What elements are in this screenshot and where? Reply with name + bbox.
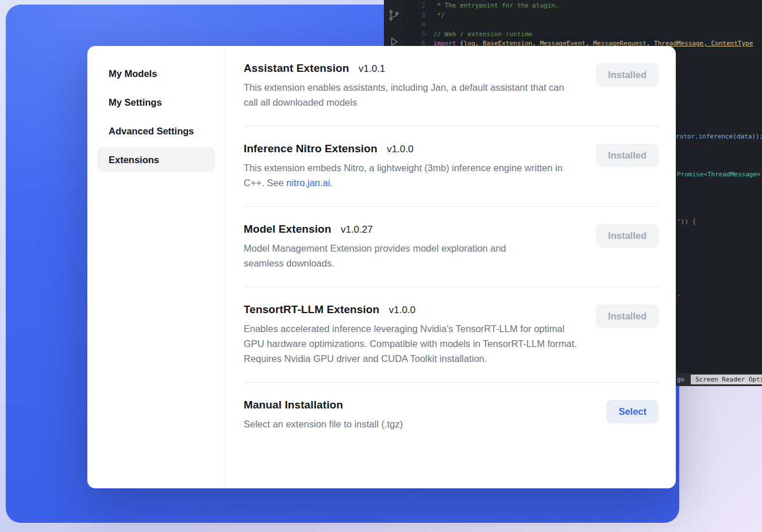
installed-button[interactable]: Installed: [596, 224, 659, 248]
extension-title: Manual Installation: [244, 399, 343, 411]
git-branch-icon: [388, 9, 400, 23]
code-line: 4: [405, 20, 762, 30]
installed-button[interactable]: Installed: [596, 304, 659, 328]
code-fragment-string: ')) {: [677, 217, 696, 227]
extension-description: This extension enables assistants, inclu…: [244, 80, 574, 110]
settings-sidebar: My Models My Settings Advanced Settings …: [87, 46, 225, 488]
installed-button[interactable]: Installed: [596, 63, 659, 87]
sidebar-item-extensions[interactable]: Extensions: [97, 147, 215, 172]
extension-row-assistant: Assistant Extension v1.0.1 This extensio…: [244, 46, 659, 126]
line-number: 2: [405, 1, 433, 11]
line-number: 3: [405, 11, 433, 21]
extension-title-line: TensortRT-LLM Extension v1.0.0: [244, 303, 577, 316]
sidebar-item-my-settings[interactable]: My Settings: [97, 90, 215, 115]
code-text: * The entrypoint for the plugin.: [433, 1, 559, 11]
extension-info: TensortRT-LLM Extension v1.0.0 Enables a…: [244, 303, 577, 366]
extension-title-line: Model Extension v1.0.27: [244, 223, 519, 236]
extension-row-inference-nitro: Inference Nitro Extension v1.0.0 This ex…: [244, 126, 659, 207]
extension-title: Assistant Extension: [244, 62, 349, 74]
code-text: // Web / extension runtime: [433, 30, 532, 40]
extension-version: v1.0.0: [387, 144, 413, 155]
nitro-jan-ai-link[interactable]: nitro.jan.ai: [286, 178, 330, 188]
status-text: go: [677, 376, 684, 383]
extension-title-line: Inference Nitro Extension v1.0.0: [244, 142, 565, 155]
code-line: 3 */: [405, 11, 762, 21]
sidebar-item-label: My Models: [109, 68, 157, 79]
screen-reader-chip: Screen Reader Optimized: [691, 375, 762, 384]
code-line: 5 // Web / extension runtime: [405, 30, 762, 40]
extension-info: Inference Nitro Extension v1.0.0 This ex…: [244, 142, 565, 190]
sidebar-item-label: Advanced Settings: [109, 126, 194, 137]
sidebar-item-advanced-settings[interactable]: Advanced Settings: [97, 118, 215, 144]
line-number: 5: [405, 30, 433, 40]
screenshot-stage: 2 * The entrypoint for the plugin. 3 */ …: [0, 0, 762, 532]
extension-title: TensortRT-LLM Extension: [244, 303, 379, 315]
sidebar-item-label: Extensions: [109, 155, 159, 165]
extension-title: Inference Nitro Extension: [244, 142, 378, 155]
select-file-button[interactable]: Select: [606, 400, 659, 423]
code-text: */: [433, 11, 445, 21]
extension-title-line: Manual Installation: [244, 399, 403, 411]
extension-row-model: Model Extension v1.0.27 Model Management…: [244, 207, 659, 287]
description-text: .: [330, 178, 333, 188]
extension-description: This extension embeds Nitro, a lightweig…: [244, 160, 565, 190]
extension-title: Model Extension: [244, 223, 331, 235]
extension-info: Model Extension v1.0.27 Model Management…: [244, 223, 519, 271]
extension-description: Select an extension file to install (.tg…: [244, 417, 403, 431]
extension-description: Enables accelerated inference leveraging…: [244, 321, 577, 366]
sidebar-item-my-models[interactable]: My Models: [97, 61, 215, 86]
code-fragment-promise: Promise<ThreadMessage>: [677, 170, 761, 180]
sidebar-item-label: My Settings: [109, 97, 162, 108]
extension-row-tensorrt-llm: TensortRT-LLM Extension v1.0.0 Enables a…: [244, 287, 659, 383]
extension-version: v1.0.27: [341, 224, 373, 235]
extension-version: v1.0.1: [359, 63, 385, 74]
code-line: 2 * The entrypoint for the plugin.: [405, 1, 762, 11]
line-number: 4: [405, 20, 433, 30]
extension-version: v1.0.0: [389, 304, 415, 315]
settings-modal: My Models My Settings Advanced Settings …: [87, 46, 676, 488]
extension-info: Assistant Extension v1.0.1 This extensio…: [244, 62, 574, 110]
code-fragment-inference: rator.inference(data));: [676, 132, 762, 142]
extension-description: Model Management Extension provides mode…: [244, 241, 519, 271]
extension-title-line: Assistant Extension v1.0.1: [244, 62, 574, 75]
extension-info: Manual Installation Select an extension …: [244, 399, 403, 431]
installed-button[interactable]: Installed: [596, 144, 659, 167]
code-lines: 2 * The entrypoint for the plugin. 3 */ …: [405, 1, 762, 49]
extensions-list: Assistant Extension v1.0.1 This extensio…: [225, 46, 676, 488]
extension-row-manual-installation: Manual Installation Select an extension …: [244, 383, 659, 448]
